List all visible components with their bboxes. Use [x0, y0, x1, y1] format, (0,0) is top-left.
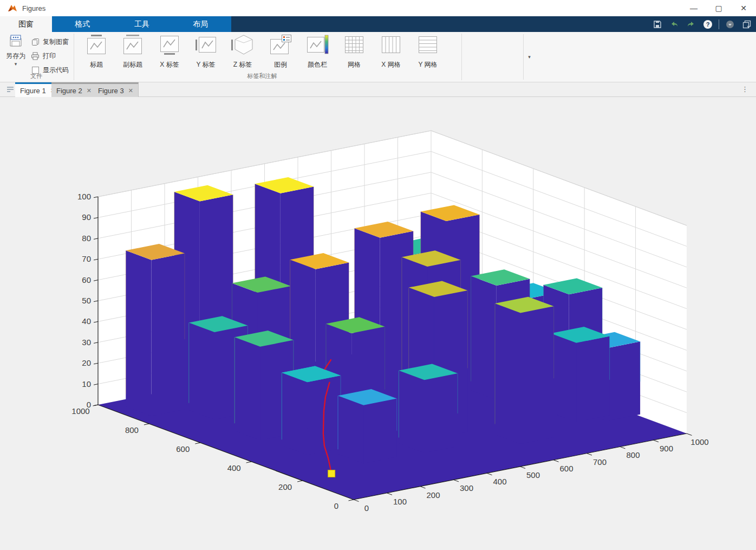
colorbar-button[interactable]: 颜色栏: [302, 34, 333, 69]
tab-close-icon[interactable]: ✕: [128, 87, 133, 94]
tower-side: [282, 373, 307, 455]
z-tick: [94, 384, 98, 385]
save-as-button[interactable]: 另存为 ▾: [4, 35, 27, 77]
x-tick: [454, 480, 459, 482]
z-tick-label: 40: [82, 316, 91, 326]
figure-canvas: 0102030405060708090100020040060080010000…: [0, 97, 756, 550]
tower-side: [363, 399, 397, 464]
z-tick: [94, 321, 98, 322]
maximize-button[interactable]: ▢: [706, 0, 731, 16]
print-button[interactable]: 打印: [30, 50, 69, 62]
tower-side: [399, 371, 424, 453]
z-tick: [94, 280, 98, 281]
close-button[interactable]: ✕: [731, 0, 756, 16]
x-tick: [620, 447, 625, 449]
surface-plot[interactable]: 0102030405060708090100020040060080010000…: [0, 97, 756, 550]
x-tick-label: 500: [526, 470, 540, 480]
y-tick-label: 1000: [71, 406, 89, 416]
x-tick: [420, 487, 426, 489]
xgrid-icon: [379, 34, 403, 56]
legend-button[interactable]: 图例: [265, 34, 296, 69]
tower-side: [338, 396, 363, 463]
undo-icon[interactable]: [668, 18, 680, 30]
tab-format[interactable]: 格式: [52, 16, 113, 32]
y-tick-label: 400: [227, 463, 241, 473]
tab-close-icon[interactable]: ✕: [87, 87, 92, 94]
tower-side: [189, 323, 214, 420]
z-tick-label: 90: [82, 212, 91, 222]
title-icon: [86, 34, 107, 56]
x-tick: [387, 493, 393, 495]
ribbon-tabs: 图窗 格式 工具 布局: [0, 16, 231, 32]
xlabel-icon: [159, 34, 180, 56]
tab-layout[interactable]: 布局: [171, 16, 230, 32]
z-tick: [94, 238, 98, 240]
x-tick: [487, 473, 492, 475]
tower-side: [234, 337, 260, 440]
title-bar: Figures — ▢ ✕: [0, 0, 756, 16]
copy-icon: [30, 38, 40, 46]
help-icon[interactable]: ?: [702, 18, 714, 30]
tab-overflow-icon[interactable]: ⋮: [741, 85, 748, 93]
copy-figure-button[interactable]: 复制图窗: [30, 36, 69, 48]
tower-side: [607, 341, 641, 421]
legend-icon: [269, 34, 292, 56]
ylabel-icon: [195, 34, 217, 56]
ygrid-button[interactable]: Y 网格: [413, 34, 443, 69]
y-tick-label: 200: [278, 482, 292, 491]
quick-access-separator: [719, 20, 719, 29]
z-tick: [94, 363, 98, 364]
redo-icon[interactable]: [685, 18, 697, 30]
quick-access-toolbar: ?: [651, 16, 753, 32]
doc-menu-icon[interactable]: [5, 86, 15, 94]
title-button[interactable]: 标题: [81, 34, 112, 69]
tower-side: [152, 254, 185, 416]
xlabel-button[interactable]: X 标签: [154, 34, 185, 69]
z-tick: [94, 217, 98, 218]
ygrid-icon: [416, 34, 440, 56]
x-tick-label: 100: [393, 497, 407, 506]
tower-side: [495, 303, 520, 444]
ylabel-button[interactable]: Y 标签: [191, 34, 221, 69]
save-icon[interactable]: [651, 18, 663, 30]
tower-side: [551, 333, 576, 422]
x-tick-label: 0: [364, 503, 369, 513]
matlab-logo-icon: [8, 4, 17, 12]
grid-button[interactable]: 网格: [339, 34, 369, 69]
annotation-group-label: 标签和注解: [208, 72, 316, 80]
more-options-icon[interactable]: [724, 18, 736, 30]
print-icon: [30, 52, 40, 60]
tab-tools[interactable]: 工具: [113, 16, 171, 32]
window-title: Figures: [22, 4, 45, 12]
y-tick: [195, 443, 200, 444]
subtitle-button[interactable]: 副标题: [118, 34, 148, 69]
new-window-icon[interactable]: [741, 18, 753, 30]
z-tick-label: 30: [82, 338, 91, 347]
x-tick-label: 700: [593, 457, 607, 467]
file-group-label: 文件: [0, 72, 90, 80]
figure-tab-2[interactable]: Figure 2 ✕: [51, 82, 97, 97]
xgrid-button[interactable]: X 网格: [376, 34, 406, 69]
y-tick: [297, 481, 303, 482]
x-tick: [354, 500, 359, 502]
z-tick-label: 100: [77, 192, 91, 201]
figure-tab-3[interactable]: Figure 3 ✕: [93, 82, 139, 97]
y-tick: [144, 424, 149, 425]
y-tick: [349, 500, 354, 501]
x-tick-label: 400: [493, 477, 506, 486]
tower-side: [520, 306, 554, 444]
x-tick-label: 900: [660, 444, 673, 453]
zlabel-icon: [231, 34, 255, 56]
x-tick: [553, 460, 559, 462]
x-tick-label: 300: [460, 483, 473, 493]
minimize-button[interactable]: —: [681, 0, 706, 16]
y-tick-label: 0: [334, 501, 338, 510]
z-tick-label: 50: [82, 296, 91, 305]
y-tick-label: 600: [176, 444, 190, 454]
tab-figure[interactable]: 图窗: [0, 16, 52, 32]
annotation-overflow-button[interactable]: ▾: [523, 34, 535, 80]
zlabel-button[interactable]: Z 标签: [227, 34, 258, 69]
z-tick: [94, 197, 98, 198]
save-as-icon: [9, 35, 23, 48]
x-tick-label: 200: [426, 490, 440, 500]
